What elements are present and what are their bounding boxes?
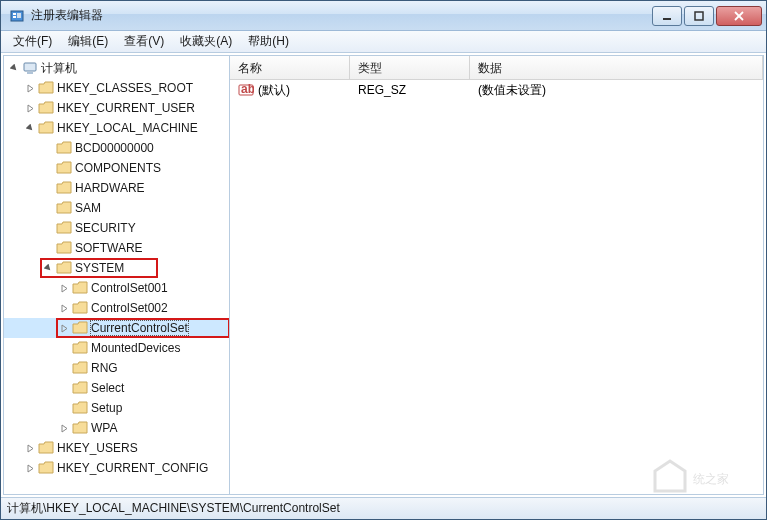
tree-mounteddevices[interactable]: MountedDevices (4, 338, 229, 358)
tree-label: SAM (75, 201, 101, 215)
menu-favorites[interactable]: 收藏夹(A) (172, 31, 240, 52)
tree-sam[interactable]: SAM (4, 198, 229, 218)
tree-label: HKEY_CLASSES_ROOT (57, 81, 193, 95)
folder-icon (72, 360, 88, 376)
status-path: 计算机\HKEY_LOCAL_MACHINE\SYSTEM\CurrentCon… (7, 500, 340, 517)
folder-icon (38, 120, 54, 136)
folder-icon (72, 380, 88, 396)
tree-rng[interactable]: RNG (4, 358, 229, 378)
tree-label: SECURITY (75, 221, 136, 235)
string-value-icon: ab (238, 82, 254, 98)
app-icon (9, 8, 25, 24)
tree-system[interactable]: SYSTEM (4, 258, 229, 278)
tree-label: BCD00000000 (75, 141, 154, 155)
collapse-icon[interactable] (42, 262, 54, 274)
tree-cs002[interactable]: ControlSet002 (4, 298, 229, 318)
expand-icon[interactable] (24, 82, 36, 94)
folder-icon (38, 100, 54, 116)
tree-label: COMPONENTS (75, 161, 161, 175)
tree-security[interactable]: SECURITY (4, 218, 229, 238)
tree-label: HKEY_LOCAL_MACHINE (57, 121, 198, 135)
expand-icon[interactable] (58, 422, 70, 434)
tree-hardware[interactable]: HARDWARE (4, 178, 229, 198)
value-name: (默认) (258, 82, 290, 99)
tree-wpa[interactable]: WPA (4, 418, 229, 438)
maximize-button[interactable] (684, 6, 714, 26)
tree-label: HKEY_CURRENT_CONFIG (57, 461, 208, 475)
expand-icon[interactable] (24, 442, 36, 454)
menu-view[interactable]: 查看(V) (116, 31, 172, 52)
svg-rect-1 (13, 13, 16, 15)
folder-icon (56, 220, 72, 236)
expand-icon[interactable] (24, 102, 36, 114)
folder-icon (38, 440, 54, 456)
statusbar: 计算机\HKEY_LOCAL_MACHINE\SYSTEM\CurrentCon… (1, 497, 766, 519)
svg-rect-5 (695, 12, 703, 20)
titlebar[interactable]: 注册表编辑器 (1, 1, 766, 31)
menu-help[interactable]: 帮助(H) (240, 31, 297, 52)
folder-icon (38, 80, 54, 96)
tree-setup[interactable]: Setup (4, 398, 229, 418)
tree-label: HKEY_USERS (57, 441, 138, 455)
content-area: 计算机 HKEY_CLASSES_ROOT HKEY_CURRENT_USER … (3, 55, 764, 495)
folder-icon (56, 140, 72, 156)
folder-icon (56, 260, 72, 276)
list-body[interactable]: ab (默认) REG_SZ (数值未设置) (230, 80, 763, 494)
registry-editor-window: 注册表编辑器 文件(F) 编辑(E) 查看(V) 收藏夹(A) 帮助(H) 计算… (0, 0, 767, 520)
svg-text:ab: ab (241, 82, 254, 96)
tree-panel[interactable]: 计算机 HKEY_CLASSES_ROOT HKEY_CURRENT_USER … (4, 56, 230, 494)
tree-label: Setup (91, 401, 122, 415)
folder-icon (72, 300, 88, 316)
expand-icon[interactable] (58, 302, 70, 314)
folder-icon (72, 400, 88, 416)
tree-label: 计算机 (41, 60, 77, 77)
minimize-button[interactable] (652, 6, 682, 26)
list-header: 名称 类型 数据 (230, 56, 763, 80)
folder-icon (72, 340, 88, 356)
tree-software[interactable]: SOFTWARE (4, 238, 229, 258)
col-data[interactable]: 数据 (470, 56, 763, 79)
expand-icon[interactable] (58, 282, 70, 294)
col-type[interactable]: 类型 (350, 56, 470, 79)
menu-edit[interactable]: 编辑(E) (60, 31, 116, 52)
folder-icon (56, 180, 72, 196)
computer-icon (22, 60, 38, 76)
expand-icon[interactable] (58, 322, 70, 334)
svg-rect-8 (24, 63, 36, 71)
menubar: 文件(F) 编辑(E) 查看(V) 收藏夹(A) 帮助(H) (1, 31, 766, 53)
collapse-icon[interactable] (8, 62, 20, 74)
tree-label: WPA (91, 421, 117, 435)
svg-rect-3 (17, 13, 21, 18)
tree-bcd[interactable]: BCD00000000 (4, 138, 229, 158)
folder-icon (38, 460, 54, 476)
tree-label: RNG (91, 361, 118, 375)
tree-components[interactable]: COMPONENTS (4, 158, 229, 178)
tree-select[interactable]: Select (4, 378, 229, 398)
cell-name: ab (默认) (230, 80, 350, 101)
tree-cs001[interactable]: ControlSet001 (4, 278, 229, 298)
folder-icon (72, 320, 88, 336)
window-controls (650, 6, 762, 26)
tree-root[interactable]: 计算机 (4, 58, 229, 78)
tree-hkcc[interactable]: HKEY_CURRENT_CONFIG (4, 458, 229, 478)
folder-icon (72, 280, 88, 296)
tree-label: Select (91, 381, 124, 395)
tree-hku[interactable]: HKEY_USERS (4, 438, 229, 458)
expand-icon[interactable] (24, 462, 36, 474)
tree-label: ControlSet001 (91, 281, 168, 295)
list-row[interactable]: ab (默认) REG_SZ (数值未设置) (230, 80, 763, 100)
tree-hklm[interactable]: HKEY_LOCAL_MACHINE (4, 118, 229, 138)
tree-label: CurrentControlSet (91, 321, 188, 335)
tree-label: SYSTEM (75, 261, 124, 275)
tree-currentcontrolset[interactable]: CurrentControlSet (4, 318, 229, 338)
tree-hkcr[interactable]: HKEY_CLASSES_ROOT (4, 78, 229, 98)
menu-file[interactable]: 文件(F) (5, 31, 60, 52)
values-panel: 名称 类型 数据 ab (默认) REG_SZ (数值未设置) (230, 56, 763, 494)
tree-hkcu[interactable]: HKEY_CURRENT_USER (4, 98, 229, 118)
tree-label: HARDWARE (75, 181, 145, 195)
folder-icon (72, 420, 88, 436)
col-name[interactable]: 名称 (230, 56, 350, 79)
close-button[interactable] (716, 6, 762, 26)
collapse-icon[interactable] (24, 122, 36, 134)
folder-icon (56, 240, 72, 256)
